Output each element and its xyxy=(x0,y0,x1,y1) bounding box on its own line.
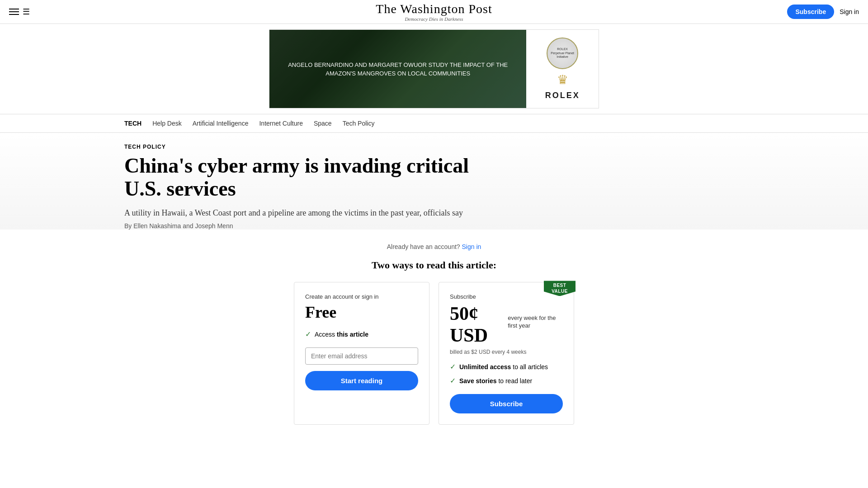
already-account-text: Already have an account? Sign in xyxy=(0,239,868,250)
rolex-globe-text: ROLEXPerpetual PlanetInitiative xyxy=(551,47,574,59)
paid-card-price: 50¢ USD every week for the first year xyxy=(450,303,563,346)
free-feature-text: Access this article xyxy=(315,331,368,338)
check-icon: ✓ xyxy=(305,330,311,338)
ad-banner: ANGELO BERNARDINO AND MARGARET OWUOR STU… xyxy=(0,24,868,114)
nav-item-internet-culture[interactable]: Internet Culture xyxy=(259,120,303,127)
free-card: Create an account or sign in Free ✓ Acce… xyxy=(294,282,429,425)
nav-item-tech-policy[interactable]: Tech Policy xyxy=(343,120,375,127)
header: ☰ The Washington Post Democracy Dies in … xyxy=(0,0,868,24)
article-title: China's cyber army is invading critical … xyxy=(124,155,477,200)
article-subtitle: A utility in Hawaii, a West Coast port a… xyxy=(124,207,477,219)
email-input[interactable] xyxy=(305,347,418,365)
rolex-globe-logo: ROLEXPerpetual PlanetInitiative xyxy=(547,38,578,69)
paywall-section: Already have an account? Sign in Two way… xyxy=(0,230,868,443)
free-card-price: Free xyxy=(305,303,418,322)
free-card-label: Create an account or sign in xyxy=(305,293,418,300)
article-area: TECH POLICY China's cyber army is invadi… xyxy=(0,133,868,230)
search-icon[interactable]: ☰ xyxy=(23,7,30,17)
paid-card-features: ✓ Unlimited access to all articles ✓ Sav… xyxy=(450,362,563,385)
rolex-name: ROLEX xyxy=(545,91,580,100)
ad-image: ANGELO BERNARDINO AND MARGARET OWUOR STU… xyxy=(269,30,526,108)
nav-item-tech[interactable]: TECH xyxy=(124,120,142,127)
cards-container: Create an account or sign in Free ✓ Acce… xyxy=(0,282,868,425)
check-icon-2: ✓ xyxy=(450,376,456,385)
article-section-label: TECH POLICY xyxy=(124,144,744,150)
nav-item-helpdesk[interactable]: Help Desk xyxy=(152,120,182,127)
nav-item-space[interactable]: Space xyxy=(314,120,332,127)
ad-container[interactable]: ANGELO BERNARDINO AND MARGARET OWUOR STU… xyxy=(269,29,599,108)
ad-text: ANGELO BERNARDINO AND MARGARET OWUOR STU… xyxy=(269,56,526,82)
ad-logo-section: ROLEXPerpetual PlanetInitiative ♛ ROLEX xyxy=(526,30,599,108)
site-title: The Washington Post xyxy=(376,2,492,16)
nav-bar: TECH Help Desk Artificial Intelligence I… xyxy=(0,114,868,133)
paid-card: BEST VALUE Subscribe 50¢ USD every week … xyxy=(439,282,574,425)
subscribe-card-button[interactable]: Subscribe xyxy=(450,394,563,413)
hamburger-menu-icon[interactable] xyxy=(9,9,19,15)
article-byline: By Ellen Nakashima and Joseph Menn xyxy=(124,222,744,230)
site-tagline: Democracy Dies in Darkness xyxy=(376,16,492,22)
price-amount: 50¢ USD xyxy=(450,303,504,346)
price-sub: billed as $2 USD every 4 weeks xyxy=(450,349,563,355)
paid-feature-text-1: Unlimited access to all articles xyxy=(459,363,548,371)
paid-card-label: Subscribe xyxy=(450,293,563,300)
price-detail: every week for the first year xyxy=(508,314,563,330)
header-center: The Washington Post Democracy Dies in Da… xyxy=(376,2,492,22)
two-ways-title: Two ways to read this article: xyxy=(0,259,868,271)
paid-feature-save: ✓ Save stories to read later xyxy=(450,376,563,385)
start-reading-button[interactable]: Start reading xyxy=(305,371,418,390)
paywall-signin-link[interactable]: Sign in xyxy=(462,243,481,250)
free-card-features: ✓ Access this article xyxy=(305,330,418,338)
header-right: Subscribe Sign in xyxy=(787,5,859,19)
header-subscribe-button[interactable]: Subscribe xyxy=(787,5,834,19)
paid-feature-text-2: Save stories to read later xyxy=(459,377,532,385)
rolex-crown-icon: ♛ xyxy=(557,74,568,86)
paid-feature-unlimited: ✓ Unlimited access to all articles xyxy=(450,362,563,371)
free-feature-item: ✓ Access this article xyxy=(305,330,418,338)
header-left: ☰ xyxy=(9,7,30,17)
nav-item-ai[interactable]: Artificial Intelligence xyxy=(193,120,249,127)
header-signin-link[interactable]: Sign in xyxy=(840,8,859,15)
check-icon-1: ✓ xyxy=(450,362,456,371)
